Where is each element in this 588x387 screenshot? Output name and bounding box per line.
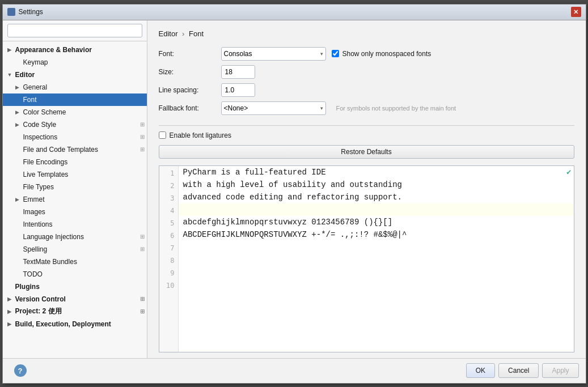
- preview-area: 12345678910 ✔ PyCharm is a full-featured…: [159, 165, 574, 352]
- sidebar-item-build[interactable]: ▶Build, Execution, Deployment: [3, 318, 147, 330]
- sidebar-item-font[interactable]: Font: [3, 93, 147, 106]
- ligatures-checkbox[interactable]: [159, 131, 166, 139]
- font-control-area: Consolas ▾ Show only monospaced fonts: [221, 47, 432, 61]
- fallback-font-row: Fallback font: <None> ▾ For symbols not …: [159, 101, 574, 115]
- preview-lines: ✔ PyCharm is a full-featured IDEwith a h…: [179, 166, 574, 352]
- fallback-font-value: <None>: [224, 104, 318, 112]
- sidebar-tree: ▶Appearance & BehaviorKeymap▼Editor▶Gene…: [3, 41, 147, 358]
- line-spacing-label: Line spacing:: [159, 86, 221, 94]
- sidebar-item-textmate[interactable]: TextMate Bundles: [3, 256, 147, 268]
- font-dropdown[interactable]: Consolas ▾: [221, 47, 326, 61]
- sidebar-item-todo[interactable]: TODO: [3, 268, 147, 280]
- font-dropdown-arrow: ▾: [320, 51, 323, 57]
- preview-line: [179, 253, 574, 266]
- tree-label-file-code-templates: File and Code Templates: [23, 146, 140, 154]
- preview-line: with a high level of usability and outst…: [179, 178, 574, 191]
- font-dropdown-value: Consolas: [224, 50, 318, 58]
- help-button[interactable]: ?: [14, 364, 27, 377]
- sidebar-item-inspections[interactable]: Inspections⊞: [3, 131, 147, 143]
- tree-label-build: Build, Execution, Deployment: [15, 320, 147, 328]
- sidebar-item-version-control[interactable]: ▶Version Control⊞: [3, 293, 147, 305]
- monospaced-checkbox[interactable]: [332, 50, 339, 57]
- size-row: Size:: [159, 65, 574, 79]
- bottom-bar: ? OK Cancel Apply: [3, 358, 586, 383]
- tree-label-live-templates: Live Templates: [23, 171, 147, 178]
- sidebar-item-plugins[interactable]: Plugins: [3, 280, 147, 293]
- size-label: Size:: [159, 68, 221, 76]
- line-number: 7: [159, 242, 178, 254]
- tree-label-code-style: Code Style: [23, 121, 140, 129]
- tree-label-intentions: Intentions: [23, 220, 147, 228]
- breadcrumb-current: Font: [189, 29, 204, 38]
- tree-arrow-build: ▶: [7, 321, 15, 327]
- sidebar-item-images[interactable]: Images: [3, 206, 147, 218]
- tree-label-general: General: [23, 83, 147, 91]
- tree-label-font: Font: [23, 96, 147, 104]
- fallback-hint: For symbols not supported by the main fo…: [336, 105, 456, 112]
- line-number: 8: [159, 254, 178, 267]
- sidebar-item-color-scheme[interactable]: ▶Color Scheme: [3, 106, 147, 118]
- preview-line: [179, 266, 574, 278]
- sidebar-item-appearance[interactable]: ▶Appearance & Behavior: [3, 44, 147, 56]
- tree-label-emmet: Emmet: [23, 195, 147, 203]
- tree-arrow-general: ▶: [15, 84, 23, 90]
- copy-icon-project: ⊞: [140, 308, 145, 314]
- preview-gutter: 12345678910: [159, 166, 179, 352]
- ligatures-row: Enable font ligatures: [159, 131, 574, 139]
- sidebar-item-file-types[interactable]: File Types: [3, 181, 147, 193]
- ok-button[interactable]: OK: [466, 363, 495, 378]
- sidebar-item-code-style[interactable]: ▶Code Style⊞: [3, 118, 147, 131]
- tree-label-keymap: Keymap: [23, 58, 147, 66]
- tree-arrow-project: ▶: [7, 309, 15, 314]
- font-row: Font: Consolas ▾ Show only monospaced fo…: [159, 47, 574, 61]
- tree-arrow-code-style: ▶: [15, 122, 23, 127]
- cancel-button[interactable]: Cancel: [498, 363, 539, 378]
- sidebar-item-file-encodings[interactable]: File Encodings: [3, 156, 147, 168]
- copy-icon-code-style: ⊞: [140, 121, 145, 127]
- sidebar-item-emmet[interactable]: ▶Emmet: [3, 193, 147, 206]
- sidebar-item-lang-injections[interactable]: Language Injections⊞: [3, 231, 147, 243]
- size-input[interactable]: [221, 65, 255, 79]
- tree-label-spelling: Spelling: [23, 245, 140, 253]
- settings-window: Settings ✕ ▶Appearance & BehaviorKeymap▼…: [2, 4, 586, 384]
- sidebar-item-keymap[interactable]: Keymap: [3, 56, 147, 69]
- tree-label-textmate: TextMate Bundles: [23, 258, 147, 266]
- sidebar-item-spelling[interactable]: Spelling⊞: [3, 243, 147, 256]
- breadcrumb: Editor › Font: [159, 29, 574, 38]
- monospace-checkbox-row: Show only monospaced fonts: [332, 50, 432, 58]
- copy-icon-lang-injections: ⊞: [140, 233, 145, 240]
- preview-line: [179, 278, 574, 291]
- line-spacing-input[interactable]: [221, 83, 255, 97]
- line-number: 2: [159, 180, 178, 192]
- main-content: Editor › Font Font: Consolas ▾ Show only…: [147, 20, 586, 358]
- sidebar-item-editor[interactable]: ▼Editor: [3, 69, 147, 81]
- sidebar-item-file-code-templates[interactable]: File and Code Templates⊞: [3, 143, 147, 156]
- line-number: 5: [159, 217, 178, 229]
- preview-line: [179, 241, 574, 253]
- fallback-font-dropdown[interactable]: <None> ▾: [221, 101, 326, 115]
- window-title: Settings: [19, 8, 571, 16]
- restore-defaults-button[interactable]: Restore Defaults: [159, 145, 574, 159]
- divider: [159, 125, 574, 126]
- sidebar-item-general[interactable]: ▶General: [3, 81, 147, 93]
- tree-label-color-scheme: Color Scheme: [23, 108, 147, 116]
- apply-button[interactable]: Apply: [542, 363, 578, 378]
- preview-line: ABCDEFGHIJKLMNOPQRSTUVWXYZ +-*/= .,;:!? …: [179, 228, 574, 241]
- tree-label-version-control: Version Control: [15, 295, 140, 303]
- close-button[interactable]: ✕: [571, 7, 581, 17]
- line-number: 9: [159, 267, 178, 279]
- sidebar-item-project[interactable]: ▶Project: 2 使用⊞: [3, 305, 147, 318]
- tree-arrow-editor: ▼: [7, 72, 15, 78]
- font-label: Font:: [159, 50, 221, 58]
- tree-label-plugins: Plugins: [15, 283, 147, 291]
- search-input[interactable]: [7, 24, 142, 37]
- tree-label-images: Images: [23, 208, 147, 216]
- fallback-font-label: Fallback font:: [159, 104, 221, 112]
- line-number: 6: [159, 229, 178, 242]
- tree-label-file-types: File Types: [23, 183, 147, 191]
- tree-label-editor: Editor: [15, 71, 147, 79]
- line-spacing-row: Line spacing:: [159, 83, 574, 97]
- sidebar-item-live-templates[interactable]: Live Templates: [3, 168, 147, 181]
- line-number: 4: [159, 205, 178, 217]
- sidebar-item-intentions[interactable]: Intentions: [3, 218, 147, 231]
